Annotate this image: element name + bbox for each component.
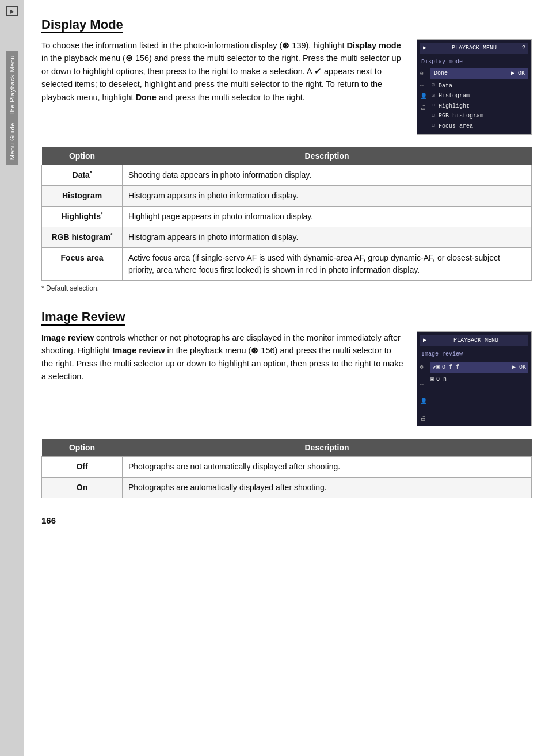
ir-screenshot-header: ▶ PLAYBACK MENU: [420, 335, 528, 346]
ir-item-on: ▣ O n: [430, 373, 528, 386]
ir-screenshot-title: Image review: [420, 349, 528, 362]
ir-label-off: O f f: [442, 363, 459, 372]
screenshot-body: ⚙ ✏ 👤 🖨 Done ▶ OK ☑ Data ☑: [420, 68, 528, 131]
ir-arrow-off: ▶ OK: [512, 363, 526, 372]
table-row: RGB histogram* Histogram appears in phot…: [42, 227, 532, 248]
ir-check-on: ▣: [430, 375, 434, 384]
done-row: Done ▶ OK: [430, 68, 528, 79]
done-label: Done: [434, 69, 448, 78]
display-mode-footnote: * Default selection.: [41, 284, 532, 292]
screenshot-title: Display mode: [420, 56, 528, 69]
ir-option-off: Off: [42, 457, 123, 478]
option-rgb-histogram: RGB histogram*: [42, 227, 123, 248]
page-number: 166: [41, 516, 532, 525]
sidebar: ▶ Menu Guide—The Playback Menu: [0, 0, 24, 756]
ir-desc-off: Photographs are not automatically displa…: [123, 457, 532, 478]
ir-table-header-option: Option: [42, 439, 123, 457]
desc-data: Shooting data appears in photo informati…: [123, 165, 532, 186]
option-histogram: Histogram: [42, 186, 123, 207]
option-data: Data*: [42, 165, 123, 186]
ir-check-off: ✔▣: [433, 363, 440, 372]
image-review-title: Image Review: [41, 310, 125, 326]
desc-highlights: Highlight page appears in photo informat…: [123, 207, 532, 227]
image-review-table: Option Description Off Photographs are n…: [41, 439, 532, 498]
image-review-section: Image Review ▶ PLAYBACK MENU Image revie…: [41, 310, 532, 498]
check-rgb: ☐: [430, 112, 436, 120]
desc-rgb-histogram: Histogram appears in photo information d…: [123, 227, 532, 248]
ir-icon-person: 👤: [420, 397, 427, 406]
ir-screenshot-body: ⚙ ✏ 👤 🖨 ✔▣ O f f ▶ OK ▣ O n: [420, 362, 528, 423]
display-mode-screenshot: ▶ PLAYBACK MENU ? Display mode ⚙ ✏ 👤 🖨 D…: [417, 39, 532, 135]
menu-item-histogram: ☑ Histogram: [430, 91, 528, 101]
header-right: ?: [522, 44, 525, 53]
playback-icon: ▶: [6, 6, 18, 16]
ir-screenshot-icons: ⚙ ✏ 👤 🖨: [420, 362, 427, 423]
label-histogram: Histogram: [439, 91, 470, 101]
image-review-body: ▶ PLAYBACK MENU Image review ⚙ ✏ 👤 🖨 ✔▣: [41, 331, 532, 432]
icon-printer: 🖨: [420, 104, 427, 113]
table-row: Data* Shooting data appears in photo inf…: [42, 165, 532, 186]
label-highlight: Highlight: [439, 102, 470, 111]
screenshot-items: Done ▶ OK ☑ Data ☑ Histogram ☐ Highlight: [430, 68, 528, 131]
desc-focus-area: Active focus area (if single-servo AF is…: [123, 248, 532, 281]
ir-icon-printer: 🖨: [420, 414, 427, 423]
image-review-screenshot: ▶ PLAYBACK MENU Image review ⚙ ✏ 👤 🖨 ✔▣: [417, 331, 532, 426]
header-left: ▶: [423, 44, 426, 53]
ir-header-left: ▶: [423, 336, 426, 345]
label-data: Data: [439, 82, 452, 91]
table-row: On Photographs are automatically display…: [42, 478, 532, 498]
ir-icon-camera: ⚙: [420, 363, 427, 372]
ir-item-off: ✔▣ O f f ▶ OK: [430, 362, 528, 373]
table-row: Histogram Histogram appears in photo inf…: [42, 186, 532, 207]
option-focus-area: Focus area: [42, 248, 123, 281]
menu-item-data: ☑ Data: [430, 81, 528, 91]
table-header-option: Option: [42, 147, 123, 165]
table-row: Off Photographs are not automatically di…: [42, 457, 532, 478]
screenshot-header: ▶ PLAYBACK MENU ?: [420, 43, 528, 54]
display-mode-title: Display Mode: [41, 17, 123, 33]
check-focus: ☐: [430, 122, 436, 130]
main-content: Display Mode ▶ PLAYBACK MENU ? Display m…: [24, 0, 549, 543]
option-highlights: Highlights*: [42, 207, 123, 227]
menu-item-rgb: ☐ RGB histogram: [430, 111, 528, 121]
ir-option-on: On: [42, 478, 123, 498]
screenshot-icons: ⚙ ✏ 👤 🖨: [420, 68, 427, 112]
table-row: Focus area Active focus area (if single-…: [42, 248, 532, 281]
icon-pencil: ✏: [420, 81, 427, 90]
label-focus: Focus area: [439, 122, 473, 131]
icon-person: 👤: [420, 92, 427, 101]
check-data: ☑: [430, 82, 436, 90]
header-center: PLAYBACK MENU: [452, 44, 497, 53]
menu-item-highlight: ☐ Highlight: [430, 101, 528, 112]
display-mode-body: ▶ PLAYBACK MENU ? Display mode ⚙ ✏ 👤 🖨 D…: [41, 39, 532, 140]
ir-icon-pencil: ✏: [420, 380, 427, 390]
table-row: Highlights* Highlight page appears in ph…: [42, 207, 532, 227]
check-histogram: ☑: [430, 92, 436, 100]
ir-screenshot-items: ✔▣ O f f ▶ OK ▣ O n: [430, 362, 528, 385]
ir-header-center: PLAYBACK MENU: [453, 336, 498, 345]
desc-histogram: Histogram appears in photo information d…: [123, 186, 532, 207]
ir-desc-on: Photographs are automatically displayed …: [123, 478, 532, 498]
ir-label-on: O n: [436, 375, 447, 384]
ir-table-header-description: Description: [123, 439, 532, 457]
done-arrow: ▶ OK: [511, 69, 525, 78]
sidebar-label: Menu Guide—The Playback Menu: [6, 51, 18, 165]
table-header-description: Description: [123, 147, 532, 165]
check-highlight: ☐: [430, 102, 436, 110]
menu-item-focus: ☐ Focus area: [430, 121, 528, 132]
icon-camera: ⚙: [420, 70, 427, 79]
display-mode-table: Option Description Data* Shooting data a…: [41, 147, 532, 281]
label-rgb: RGB histogram: [439, 112, 483, 121]
